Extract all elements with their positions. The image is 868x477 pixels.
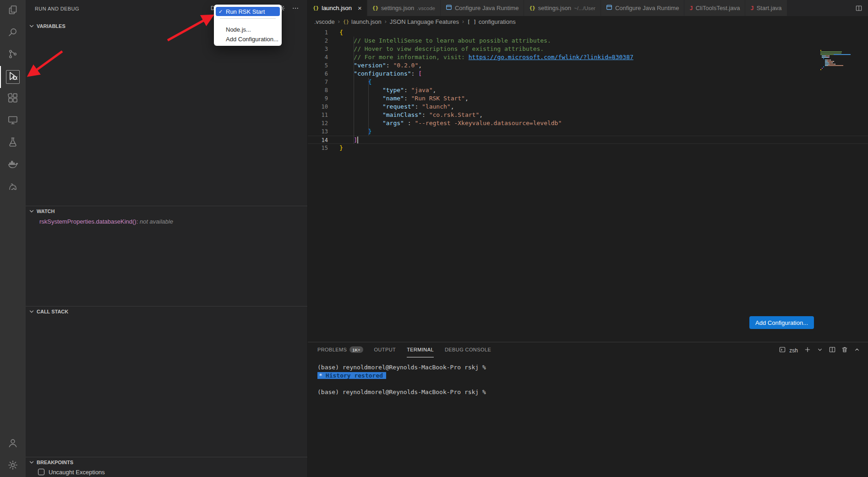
activity-accounts-item[interactable]	[0, 433, 26, 455]
line-number[interactable]: 7	[308, 78, 328, 86]
line-number[interactable]: 8	[308, 86, 328, 94]
tab-label: launch.json	[322, 5, 352, 11]
watch-expression: rskSystemProperties.databaseKind():	[39, 218, 138, 225]
breakpoint-item-label: Uncaught Exceptions	[49, 469, 105, 476]
breadcrumb-item-launch-json[interactable]: {}launch.json	[343, 18, 382, 25]
line-number[interactable]: 3	[308, 45, 328, 53]
tab-label: Configure Java Runtime	[615, 5, 679, 11]
tab-settings-json-vscode[interactable]: {}settings.json.vscode	[367, 0, 441, 16]
views-more-actions-icon[interactable]	[292, 5, 299, 14]
tab-launch-json[interactable]: {}launch.json×	[308, 0, 367, 16]
gradle-elephant-icon	[7, 181, 18, 193]
section-watch[interactable]: WATCH	[26, 206, 307, 216]
section-variables-label: VARIABLES	[37, 23, 66, 29]
code-line-5: 5 "version": "0.2.0",	[308, 61, 868, 70]
remote-explorer-icon	[7, 115, 18, 127]
line-number[interactable]: 1	[308, 28, 328, 37]
runtime-window-icon	[446, 4, 452, 12]
activity-docker-item[interactable]	[0, 154, 26, 176]
activity-settings-item[interactable]	[0, 455, 26, 477]
minimap[interactable]	[820, 50, 863, 71]
menu-item-add-configuration[interactable]: Add Configuration...	[216, 34, 280, 44]
terminal-shell-icon[interactable]	[779, 346, 786, 355]
code-line-10: 10 "request": "launch",	[308, 103, 868, 111]
line-number[interactable]: 12	[308, 119, 328, 127]
run-debug-icon	[7, 71, 18, 83]
activity-remote-explorer-item[interactable]	[0, 110, 26, 132]
activity-source-control-item[interactable]	[0, 44, 26, 66]
code-line-3: 3 // Hover to view descriptions of exist…	[308, 45, 868, 53]
terminal-dropdown-icon[interactable]	[816, 346, 824, 355]
run-and-debug-sidebar: RUN AND DEBUG D VARIABLES WATCH rskSyste…	[26, 0, 308, 477]
code-line-1: 1{	[308, 28, 868, 37]
json-braces-icon: {}	[372, 5, 378, 11]
tab-settings-json-user[interactable]: {}settings.json~/.../User	[524, 0, 601, 16]
panel-tab-output[interactable]: OUTPUT	[374, 342, 396, 357]
line-number[interactable]: 10	[308, 103, 328, 111]
editor-code-area[interactable]: 1{2 // Use IntelliSense to learn about p…	[308, 27, 868, 342]
menu-item-node-js[interactable]: Node.js...	[216, 25, 280, 34]
activity-search-item[interactable]	[0, 22, 26, 44]
tab-label: Configure Java Runtime	[455, 5, 519, 11]
breadcrumb-item-vscode[interactable]: .vscode	[314, 18, 335, 25]
kill-terminal-trash-icon[interactable]	[841, 346, 848, 355]
maximize-panel-icon[interactable]	[853, 346, 861, 355]
array-symbol-icon: [ ]	[467, 19, 476, 25]
code-line-4: 4 // For more information, visit: https:…	[308, 53, 868, 61]
breadcrumb-item-json-language-features[interactable]: JSON Language Features	[390, 18, 459, 25]
beaker-icon	[7, 137, 18, 149]
problems-count-badge: 1K+	[349, 346, 363, 353]
terminal-line: (base) reynoldmorel@Reynolds-MacBook-Pro…	[317, 363, 868, 372]
tab-clitoolstest-java[interactable]: JCliToolsTest.java	[684, 0, 745, 16]
panel-tab-terminal[interactable]: TERMINAL	[407, 342, 434, 357]
code-line-12: 12 "args" : "--regtest -Xkeyvalue.dataso…	[308, 119, 868, 127]
line-number[interactable]: 11	[308, 111, 328, 119]
menu-item-run-rsk-start[interactable]: ✓Run RSK Start	[216, 7, 280, 16]
line-number[interactable]: 4	[308, 53, 328, 61]
split-editor-icon[interactable]	[855, 0, 863, 16]
split-terminal-icon[interactable]	[829, 346, 836, 355]
explorer-icon	[7, 5, 18, 17]
section-breakpoints[interactable]: BREAKPOINTS	[26, 457, 307, 467]
add-configuration-button[interactable]: Add Configuration...	[749, 316, 814, 329]
line-number[interactable]: 5	[308, 61, 328, 70]
breadcrumb-separator: ›	[338, 18, 340, 25]
line-number[interactable]: 13	[308, 127, 328, 136]
uncaught-exceptions-checkbox[interactable]	[38, 469, 44, 475]
close-icon[interactable]: ×	[358, 5, 362, 11]
line-number[interactable]: 9	[308, 94, 328, 103]
line-number[interactable]: 15	[308, 144, 328, 152]
line-number[interactable]: 14	[308, 136, 328, 144]
panel-tab-debug-console[interactable]: DEBUG CONSOLE	[445, 342, 491, 357]
activity-run-and-debug-item[interactable]	[0, 66, 26, 88]
tab-detail: ~/.../User	[574, 5, 595, 11]
shell-label[interactable]: zsh	[789, 347, 798, 354]
breadcrumb-separator: ›	[385, 18, 387, 25]
tab-label: Start.java	[757, 5, 782, 11]
terminal-line: *History restored	[317, 372, 868, 380]
tab-start-java[interactable]: JStart.java	[745, 0, 787, 16]
activity-extensions-item[interactable]	[0, 88, 26, 110]
tab-detail: .vscode	[417, 5, 435, 11]
section-call-stack[interactable]: CALL STACK	[26, 306, 307, 316]
tab-configure-java-runtime[interactable]: Configure Java Runtime	[601, 0, 684, 16]
panel-tab-problems[interactable]: PROBLEMS1K+	[317, 342, 363, 357]
line-number[interactable]: 2	[308, 37, 328, 45]
json-braces-icon: {}	[529, 5, 535, 11]
line-number[interactable]: 6	[308, 70, 328, 78]
activity-explorer-item[interactable]	[0, 0, 26, 22]
tab-configure-java-runtime[interactable]: Configure Java Runtime	[441, 0, 524, 16]
new-terminal-icon[interactable]	[804, 346, 811, 355]
source-control-icon	[7, 49, 18, 61]
activity-testing-item[interactable]	[0, 132, 26, 154]
check-icon: ✓	[218, 9, 223, 15]
breadcrumb-item-configurations[interactable]: [ ]configurations	[467, 18, 516, 25]
activity-gradle-item[interactable]	[0, 176, 26, 198]
watch-expression-row[interactable]: rskSystemProperties.databaseKind(): not …	[26, 217, 307, 226]
terminal-output[interactable]: (base) reynoldmorel@Reynolds-MacBook-Pro…	[308, 357, 868, 396]
docker-whale-icon	[7, 159, 18, 171]
code-line-9: 9 "name": "Run RSK Start",	[308, 94, 868, 103]
editor-region: {}launch.json×{}settings.json.vscodeConf…	[308, 0, 868, 342]
gear-icon	[7, 460, 18, 472]
json-braces-icon: {}	[343, 19, 349, 25]
